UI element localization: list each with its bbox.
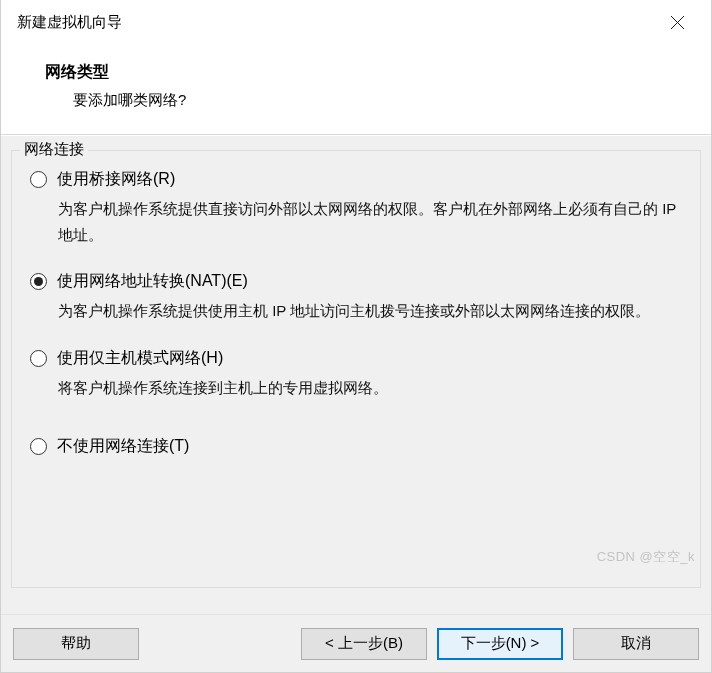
titlebar: 新建虚拟机向导	[1, 0, 711, 44]
radio-icon	[30, 350, 47, 367]
radio-icon	[30, 171, 47, 188]
option-none: 不使用网络连接(T)	[26, 436, 686, 457]
close-button[interactable]	[657, 5, 697, 39]
radio-none[interactable]: 不使用网络连接(T)	[30, 436, 686, 457]
wizard-body: 网络连接 使用桥接网络(R) 为客户机操作系统提供直接访问外部以太网网络的权限。…	[1, 135, 711, 614]
network-connection-group: 网络连接 使用桥接网络(R) 为客户机操作系统提供直接访问外部以太网网络的权限。…	[11, 150, 701, 588]
option-nat: 使用网络地址转换(NAT)(E) 为客户机操作系统提供使用主机 IP 地址访问主…	[26, 271, 686, 324]
option-hostonly: 使用仅主机模式网络(H) 将客户机操作系统连接到主机上的专用虚拟网络。	[26, 348, 686, 401]
option-bridged: 使用桥接网络(R) 为客户机操作系统提供直接访问外部以太网网络的权限。客户机在外…	[26, 169, 686, 247]
group-legend: 网络连接	[20, 140, 88, 159]
option-label: 不使用网络连接(T)	[57, 436, 189, 457]
window-title: 新建虚拟机向导	[17, 13, 122, 32]
wizard-header: 网络类型 要添加哪类网络?	[1, 44, 711, 135]
close-icon	[671, 16, 684, 29]
page-subtitle: 要添加哪类网络?	[45, 91, 691, 110]
cancel-button[interactable]: 取消	[573, 628, 699, 660]
option-desc: 为客户机操作系统提供直接访问外部以太网网络的权限。客户机在外部网络上必须有自己的…	[30, 196, 686, 247]
radio-bridged[interactable]: 使用桥接网络(R)	[30, 169, 686, 190]
help-button[interactable]: 帮助	[13, 628, 139, 660]
page-title: 网络类型	[45, 62, 691, 83]
option-desc: 为客户机操作系统提供使用主机 IP 地址访问主机拨号连接或外部以太网网络连接的权…	[30, 298, 686, 324]
back-button[interactable]: < 上一步(B)	[301, 628, 427, 660]
radio-nat[interactable]: 使用网络地址转换(NAT)(E)	[30, 271, 686, 292]
radio-icon	[30, 273, 47, 290]
option-label: 使用桥接网络(R)	[57, 169, 175, 190]
option-label: 使用网络地址转换(NAT)(E)	[57, 271, 248, 292]
option-label: 使用仅主机模式网络(H)	[57, 348, 223, 369]
radio-hostonly[interactable]: 使用仅主机模式网络(H)	[30, 348, 686, 369]
wizard-footer: 帮助 < 上一步(B) 下一步(N) > 取消	[1, 614, 711, 672]
radio-icon	[30, 438, 47, 455]
next-button[interactable]: 下一步(N) >	[437, 628, 563, 660]
wizard-dialog: 新建虚拟机向导 网络类型 要添加哪类网络? 网络连接 使用桥接网络(R) 为客户…	[0, 0, 712, 673]
option-desc: 将客户机操作系统连接到主机上的专用虚拟网络。	[30, 375, 686, 401]
